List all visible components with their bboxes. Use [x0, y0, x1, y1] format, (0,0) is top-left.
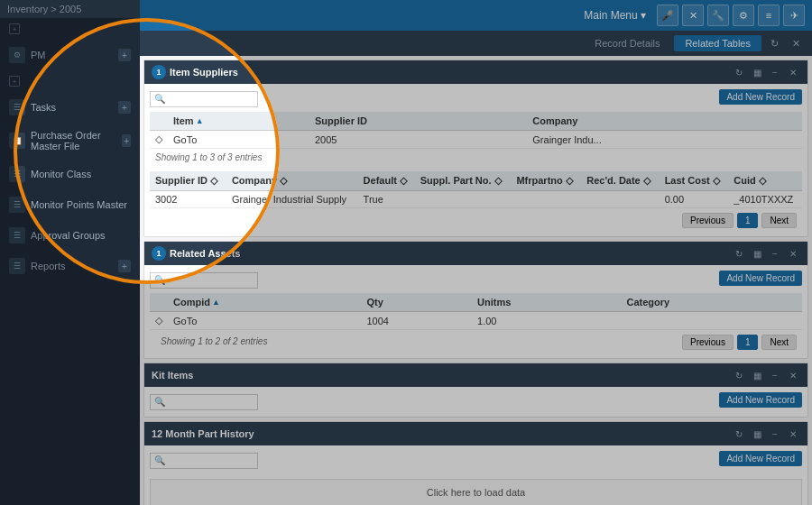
kit-close-btn[interactable]: ✕	[786, 368, 800, 382]
part-history-title: 12 Month Part History	[152, 428, 254, 439]
reports-icon: ☰	[9, 258, 25, 274]
detail-col-cuid[interactable]: Cuid ◇	[728, 171, 802, 191]
load-data-btn[interactable]: Click here to load data	[150, 479, 802, 505]
assets-add-btn[interactable]: Add New Record	[719, 271, 802, 286]
assets-col-category[interactable]: Category	[622, 293, 802, 312]
assets-prev-btn[interactable]: Previous	[682, 335, 734, 350]
item-suppliers-search[interactable]: 🔍	[150, 91, 258, 107]
menu-btn[interactable]: ≡	[758, 5, 780, 26]
assets-search-input[interactable]	[168, 275, 254, 286]
detail-col-mfrpartno[interactable]: Mfrpartno ◇	[511, 171, 581, 191]
history-refresh-btn[interactable]: ↻	[732, 427, 746, 441]
related-assets-badge: 1	[152, 246, 166, 261]
suppliers-prev-btn[interactable]: Previous	[682, 213, 734, 228]
assets-compid[interactable]: 1004	[362, 312, 473, 330]
kit-items-search[interactable]: 🔍	[150, 394, 258, 410]
detail-col-recd-date[interactable]: Rec'd. Date ◇	[581, 171, 659, 191]
suppliers-close-btn[interactable]: ✕	[786, 65, 800, 79]
sidebar-item-tasks[interactable]: ☰ Tasks +	[0, 92, 140, 123]
secondary-close-btn[interactable]: ✕	[787, 34, 805, 52]
suppliers-next-btn[interactable]: Next	[761, 213, 797, 228]
kit-refresh-btn[interactable]: ↻	[732, 368, 746, 382]
col-supplier-id[interactable]: Supplier ID	[309, 112, 527, 131]
kit-search-input[interactable]	[168, 397, 254, 408]
suppliers-page-1[interactable]: 1	[737, 213, 759, 228]
main-menu-label[interactable]: Main Menu ▾	[584, 9, 646, 22]
assets-refresh-btn[interactable]: ↻	[732, 246, 746, 261]
col-company[interactable]: Company	[527, 112, 802, 131]
tab-related-tables[interactable]: Related Tables	[674, 35, 761, 51]
kit-add-btn[interactable]: Add New Record	[719, 392, 802, 408]
assets-pagination: Previous 1 Next	[682, 335, 797, 350]
tasks-plus-btn[interactable]: +	[118, 101, 131, 114]
kit-grid-btn[interactable]: ▦	[750, 368, 764, 382]
secondary-refresh-btn[interactable]: ↻	[765, 34, 783, 52]
assets-minimize-btn[interactable]: −	[768, 246, 782, 261]
detail-col-last-cost[interactable]: Last Cost ◇	[660, 171, 729, 191]
suppliers-minimize-btn[interactable]: −	[768, 65, 782, 79]
history-minimize-btn[interactable]: −	[768, 427, 782, 441]
mic-btn[interactable]: 🎤	[657, 5, 678, 26]
sidebar-label-monitor-points: Monitor Points Master	[31, 199, 127, 210]
nav-btn[interactable]: ✈	[783, 5, 805, 26]
expand-icon-1[interactable]: +	[9, 23, 20, 34]
expand-icon-2[interactable]: +	[9, 76, 20, 87]
assets-close-btn[interactable]: ✕	[786, 246, 800, 261]
history-close-btn[interactable]: ✕	[786, 427, 800, 441]
sidebar-item-po[interactable]: 📋 Purchase Order Master File +	[0, 123, 140, 159]
history-grid-btn[interactable]: ▦	[750, 427, 764, 441]
sidebar-label-pm: PM	[31, 50, 46, 60]
pm-icon: ⚙	[9, 47, 25, 63]
kit-items-controls: ↻ ▦ − ✕	[732, 368, 800, 382]
assets-next-btn[interactable]: Next	[761, 335, 797, 350]
assets-goto-link[interactable]: GoTo	[168, 312, 362, 330]
detail-col-supplier-id[interactable]: Supplier ID ◇	[150, 171, 226, 191]
pm-plus-btn[interactable]: +	[118, 49, 131, 61]
sidebar-item-monitor-class[interactable]: ☰ Monitor Class	[0, 159, 140, 189]
related-assets-search[interactable]: 🔍	[150, 272, 258, 289]
top-toolbar: Main Menu ▾ 🎤 ✕ 🔧 ⚙ ≡ ✈	[140, 0, 812, 31]
detail-col-company[interactable]: Company ◇	[226, 171, 358, 191]
gear-btn[interactable]: ⚙	[733, 5, 754, 26]
assets-col-compid[interactable]: Compid ▲	[168, 293, 362, 312]
assets-col-unitms[interactable]: Unitms	[472, 293, 622, 312]
history-add-btn[interactable]: Add New Record	[719, 451, 802, 466]
suppliers-detail-table: Supplier ID ◇ Company ◇ Default ◇ Suppl.…	[150, 171, 802, 208]
wrench-btn[interactable]: 🔧	[707, 5, 729, 26]
sidebar-item-approval[interactable]: ☰ Approval Groups	[0, 220, 140, 251]
tab-record-details[interactable]: Record Details	[584, 35, 670, 51]
part-history-search[interactable]: 🔍	[150, 453, 258, 469]
detail-last-cost: 0.00	[660, 191, 729, 208]
col-item[interactable]: Item ▲	[168, 112, 309, 131]
history-search-icon: 🔍	[154, 455, 165, 465]
close-btn[interactable]: ✕	[682, 5, 704, 26]
reports-plus-btn[interactable]: +	[118, 260, 131, 272]
suppliers-search-input[interactable]	[168, 94, 254, 105]
detail-col-default[interactable]: Default ◇	[358, 171, 415, 191]
sidebar-item-reports[interactable]: ☰ Reports +	[0, 251, 140, 281]
panels-area: 1 Item Suppliers ↻ ▦ − ✕ 🔍	[140, 56, 812, 505]
approval-icon: ☰	[9, 227, 25, 243]
suppliers-grid-btn[interactable]: ▦	[750, 65, 764, 79]
assets-col-empty	[150, 293, 168, 312]
assets-col-qty[interactable]: Qty	[362, 293, 473, 312]
item-company: Grainger Indu...	[527, 131, 802, 149]
assets-grid-btn[interactable]: ▦	[750, 246, 764, 261]
kit-minimize-btn[interactable]: −	[768, 368, 782, 382]
suppliers-refresh-btn[interactable]: ↻	[732, 65, 746, 79]
monitor-class-icon: ☰	[9, 166, 25, 182]
history-search-input[interactable]	[168, 455, 254, 466]
item-goto-link[interactable]: GoTo	[168, 131, 309, 149]
assets-page-1[interactable]: 1	[737, 335, 759, 350]
po-plus-btn[interactable]: +	[122, 134, 131, 147]
breadcrumb: Inventory > 2005	[0, 0, 140, 18]
sidebar-item-monitor-points[interactable]: ☰ Monitor Points Master	[0, 189, 140, 220]
related-assets-title: 1 Related Assets	[152, 246, 240, 261]
suppliers-add-btn[interactable]: Add New Record	[719, 89, 802, 105]
sidebar-section-2: +	[0, 70, 140, 92]
sidebar-item-pm[interactable]: ⚙ PM +	[0, 40, 140, 70]
related-assets-table: Compid ▲ Qty Unitms Category ◇ GoTo	[150, 293, 802, 330]
detail-row: 3002 Grainger Industrial Supply True 0.0…	[150, 191, 802, 208]
detail-col-suppl-part[interactable]: Suppl. Part No. ◇	[415, 171, 512, 191]
suppliers-search-icon: 🔍	[154, 94, 165, 104]
